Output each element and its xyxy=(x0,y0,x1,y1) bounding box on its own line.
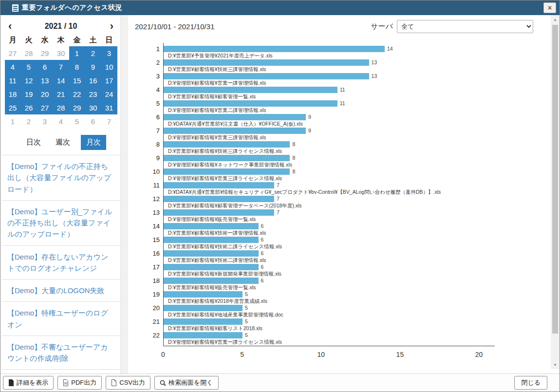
calendar-day[interactable]: 23 xyxy=(85,87,101,101)
calendar-day[interactable]: 30 xyxy=(85,101,101,114)
bar[interactable]: 11 xyxy=(164,100,337,107)
details-button[interactable]: 詳細を表示 xyxy=(3,376,54,390)
calendar-day[interactable]: 28 xyxy=(21,46,37,60)
bar[interactable]: 7 xyxy=(164,196,274,202)
calendar-day[interactable]: 5 xyxy=(21,60,37,74)
menu-item-link[interactable]: 【Demo】大量のLOGON失敗 xyxy=(1,280,120,302)
bar[interactable]: 7 xyxy=(164,209,274,216)
open-search-button[interactable]: 検索画面を開く xyxy=(154,376,219,390)
calendar-day[interactable]: 8 xyxy=(69,60,85,74)
calendar-next-icon[interactable]: › xyxy=(108,22,115,31)
bar[interactable]: 5 xyxy=(164,305,243,311)
menu-item-link[interactable]: 【MS365】利用サービス集計 xyxy=(1,370,120,373)
bar[interactable]: 6 xyxy=(164,237,259,243)
bar[interactable]: 13 xyxy=(164,73,369,79)
calendar-day[interactable]: 10 xyxy=(101,60,117,74)
bar-category-label: D:¥営業部¥顧客情報¥技術一課管理情報.xls xyxy=(168,230,495,237)
bar-value-label: 5 xyxy=(245,333,248,338)
menu-item-link[interactable]: 【Demo】存在しないアカウントでのログオンチャレンジ xyxy=(1,246,120,280)
menu-item-link[interactable]: 【Demo】ファイルの不正持ち出し（大容量ファイルのアップロード） xyxy=(1,155,120,201)
bar[interactable]: 9 xyxy=(164,128,306,134)
calendar-day[interactable]: 11 xyxy=(5,74,21,87)
menu-item-link[interactable]: 【Demo】不審なユーザーアカウントの作成/削除 xyxy=(1,336,120,370)
calendar-day[interactable]: 4 xyxy=(53,114,69,128)
bar[interactable]: 8 xyxy=(164,155,290,161)
tab-週次[interactable]: 週次 xyxy=(52,135,74,150)
menu-item-link[interactable]: 【Demo】特権ユーザーのログオン xyxy=(1,302,120,336)
calendar-day[interactable]: 2 xyxy=(21,114,37,128)
calendar-day[interactable]: 31 xyxy=(101,101,117,114)
chart-plot-area: 114D:¥営業部¥予算管理¥2021年度売上データ.xls213D:¥営業部¥… xyxy=(163,43,495,346)
vertical-scrollbar[interactable]: ▲ ▼ xyxy=(551,15,560,369)
bar[interactable]: 6 xyxy=(164,250,259,257)
calendar-day[interactable]: 28 xyxy=(53,101,69,114)
calendar-day[interactable]: 16 xyxy=(85,74,101,87)
bar[interactable]: 5 xyxy=(164,318,243,325)
window-close-button[interactable]: × xyxy=(543,2,556,13)
calendar-day[interactable]: 14 xyxy=(53,74,69,87)
calendar-day[interactable]: 22 xyxy=(69,87,85,101)
menu-item-link[interactable]: 【Demo】ユーザー別_ファイルの不正持ち出し（大容量ファイルのアップロード） xyxy=(1,201,120,246)
calendar-day[interactable]: 27 xyxy=(37,101,53,114)
bar[interactable]: 11 xyxy=(164,87,337,93)
calendar-day[interactable]: 7 xyxy=(101,114,117,128)
calendar-prev-icon[interactable]: ‹ xyxy=(6,22,14,31)
tab-日次[interactable]: 日次 xyxy=(22,135,45,150)
bar-rank-label: 3 xyxy=(138,73,160,80)
bar[interactable]: 5 xyxy=(164,291,243,298)
calendar-day[interactable]: 6 xyxy=(85,114,101,128)
scroll-down-icon[interactable]: ▼ xyxy=(551,360,560,369)
bar-category-label: D:¥営業部¥顧客情報¥技術三課管理情報.xls xyxy=(168,66,495,73)
bar-value-label: 13 xyxy=(372,60,377,65)
calendar-day[interactable]: 9 xyxy=(85,60,101,74)
calendar-day[interactable]: 27 xyxy=(5,46,21,60)
calendar-day[interactable]: 29 xyxy=(37,46,53,60)
calendar-day[interactable]: 1 xyxy=(5,114,21,128)
bar[interactable]: 8 xyxy=(164,168,290,175)
bar[interactable]: 6 xyxy=(164,264,259,270)
bar[interactable]: 6 xyxy=(164,223,259,229)
chart-bar-row: 69D:¥DATA¥共通¥営業部¥注文書（仕入）¥OFFICE_A(仮).xls xyxy=(164,114,495,128)
csv-export-button[interactable]: CSV出力 xyxy=(106,376,150,390)
server-select[interactable]: 全て xyxy=(397,20,533,33)
calendar-day[interactable]: 18 xyxy=(5,87,21,101)
calendar-day[interactable]: 7 xyxy=(53,60,69,74)
bar[interactable]: 6 xyxy=(164,278,259,284)
bar[interactable]: 7 xyxy=(164,182,274,188)
calendar-day[interactable]: 13 xyxy=(37,74,53,87)
calendar-day[interactable]: 26 xyxy=(21,101,37,114)
bar-value-label: 5 xyxy=(245,305,248,311)
calendar-day[interactable]: 25 xyxy=(5,101,21,114)
bar-value-label: 5 xyxy=(245,319,248,324)
calendar-day[interactable]: 6 xyxy=(37,60,53,74)
calendar-day[interactable]: 15 xyxy=(69,74,85,87)
tab-月次[interactable]: 月次 xyxy=(81,135,106,150)
calendar-day[interactable]: 19 xyxy=(21,87,37,101)
calendar-day[interactable]: 1 xyxy=(69,46,85,60)
close-dialog-button[interactable]: 閉じる xyxy=(514,376,547,390)
calendar-day[interactable]: 17 xyxy=(101,74,117,87)
pdf-export-button[interactable]: PDF出力 xyxy=(57,376,102,390)
calendar-weekday: 火 xyxy=(21,34,37,46)
bar[interactable]: 5 xyxy=(164,332,243,338)
calendar-day[interactable]: 4 xyxy=(5,60,21,74)
calendar-day[interactable]: 2 xyxy=(85,46,101,60)
bar[interactable]: 8 xyxy=(164,141,290,148)
calendar-day[interactable]: 12 xyxy=(21,74,37,87)
bar[interactable]: 9 xyxy=(164,114,306,120)
bar[interactable]: 14 xyxy=(164,46,385,52)
calendar-day[interactable]: 21 xyxy=(53,87,69,101)
bar[interactable]: 13 xyxy=(164,59,369,66)
pdf-export-button-label: PDF出力 xyxy=(71,378,96,387)
scrollbar-thumb[interactable] xyxy=(552,25,558,334)
scroll-up-icon[interactable]: ▲ xyxy=(551,15,560,24)
calendar-day[interactable]: 20 xyxy=(37,87,53,101)
calendar-day[interactable]: 29 xyxy=(69,101,85,114)
calendar-day[interactable]: 5 xyxy=(69,114,85,128)
calendar-day[interactable]: 3 xyxy=(37,114,53,128)
sidebar-scrollbar-track[interactable] xyxy=(120,15,128,373)
calendar-day[interactable]: 3 xyxy=(101,46,117,60)
calendar-day[interactable]: 24 xyxy=(101,87,117,101)
bar-rank-label: 14 xyxy=(138,223,160,230)
calendar-day[interactable]: 30 xyxy=(53,46,69,60)
